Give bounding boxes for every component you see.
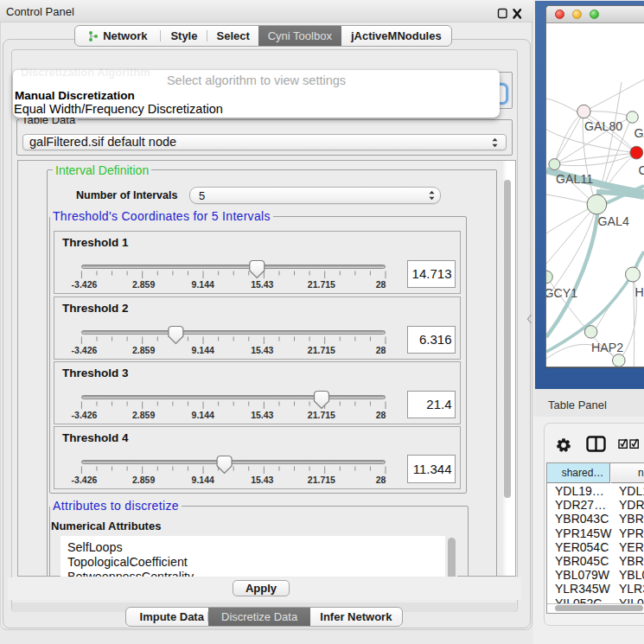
svg-text:GAL4: GAL4 bbox=[598, 214, 629, 228]
svg-text:HAP2: HAP2 bbox=[591, 341, 623, 354]
svg-text:GAL: GAL bbox=[634, 126, 644, 140]
svg-text:CY: CY bbox=[639, 163, 644, 177]
svg-text:GAL11: GAL11 bbox=[556, 172, 593, 186]
svg-text:GAL80: GAL80 bbox=[584, 119, 622, 133]
svg-text:HS: HS bbox=[635, 285, 644, 299]
svg-text:GCY1: GCY1 bbox=[546, 286, 577, 300]
